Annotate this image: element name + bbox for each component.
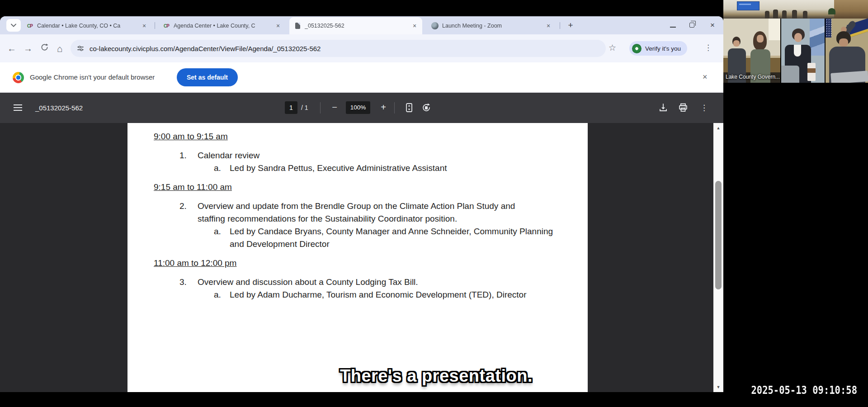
tab-calendar[interactable]: CP Calendar • Lake County, CO • Ca × (22, 18, 152, 34)
globe-favicon (431, 22, 439, 29)
tab-title: _05132025-562 (305, 23, 408, 29)
page-total-label: / 1 (301, 104, 308, 111)
browser-window: CP Calendar • Lake County, CO • Ca × CP … (0, 16, 723, 392)
pdf-content-area: 9:00 am to 9:15 am 1. Calendar review a.… (0, 123, 723, 392)
rotate-button[interactable] (421, 102, 432, 113)
restore-button[interactable] (689, 21, 694, 29)
rotate-icon (421, 102, 432, 113)
presentation-screen (737, 1, 760, 10)
agenda-item-text: Overview and update from the Brendle Gro… (198, 200, 538, 225)
window-controls: × (670, 16, 717, 34)
coffee-cup (807, 63, 816, 81)
room-plant (828, 8, 835, 14)
video-tile-label: Lake County Govern... (726, 74, 780, 80)
download-button[interactable] (658, 102, 669, 113)
address-bar[interactable]: co-lakecounty.civicplus.com/AgendaCenter… (71, 40, 606, 57)
laptop (830, 71, 868, 83)
profile-avatar-icon (632, 44, 642, 53)
minimize-button[interactable] (670, 21, 676, 29)
tab-agenda-center[interactable]: CP Agenda Center • Lake County, C × (158, 18, 286, 34)
download-icon (658, 102, 669, 113)
reload-icon (40, 43, 49, 52)
video-tile-participant (826, 19, 868, 83)
agenda-subitem: a. Led by Candace Bryans, County Manager… (214, 225, 556, 251)
chrome-logo-icon (13, 72, 24, 83)
tab-divider (560, 22, 560, 29)
civicplus-favicon: CP (26, 22, 33, 29)
closed-caption-text: There's a presentation. (326, 366, 547, 386)
page-number-input[interactable]: 1 (285, 101, 297, 114)
default-browser-banner: Google Chrome isn't your default browser… (0, 62, 723, 93)
agenda-subitem-text: Led by Adam Ducharme, Tourism and Econom… (230, 289, 526, 301)
tab-strip: CP Calendar • Lake County, CO • Ca × CP … (0, 16, 723, 34)
agenda-item: 1. Calendar review (179, 149, 556, 162)
agenda-item: 3. Overview and discussion about a Count… (179, 276, 556, 289)
tab-close-icon[interactable]: × (140, 22, 148, 30)
forward-button[interactable]: → (22, 43, 34, 55)
scroll-up-icon[interactable]: ▲ (713, 126, 723, 130)
tab-search-button[interactable] (6, 19, 21, 32)
zoom-level-input[interactable]: 100% (346, 101, 370, 114)
browser-toolbar: ← → ⌂ co-lakecounty.civicplus.com/Agenda… (0, 34, 723, 62)
tab-close-icon[interactable]: × (544, 22, 552, 30)
pdf-menu-icon[interactable] (14, 104, 22, 111)
tab-agenda-pdf-active[interactable]: _05132025-562 × (289, 17, 422, 34)
civicplus-favicon: CP (163, 22, 170, 29)
wall-map (810, 19, 825, 56)
banner-close-icon[interactable]: × (703, 72, 708, 82)
site-info-icon[interactable] (77, 45, 84, 52)
tab-close-icon[interactable]: × (274, 22, 282, 30)
print-icon (678, 102, 689, 113)
agenda-item-text: Overview and discussion about a County L… (198, 276, 418, 289)
room-cabinets (834, 0, 868, 19)
agenda-subitem-text: Led by Candace Bryans, County Manager an… (230, 225, 554, 251)
scroll-down-icon[interactable]: ▼ (713, 385, 723, 389)
agenda-subitem: a. Led by Adam Ducharme, Tourism and Eco… (214, 289, 556, 301)
fit-to-page-icon (404, 102, 415, 113)
verify-its-you-chip[interactable]: Verify it's you (629, 41, 687, 56)
agenda-subitem-text: Led by Sandra Pettus, Executive Administ… (230, 162, 447, 175)
toolbar-divider (394, 102, 395, 114)
verify-chip-label: Verify it's you (645, 45, 681, 52)
restore-icon (689, 23, 694, 28)
scrollbar-thumb[interactable] (715, 181, 722, 289)
url-text: co-lakecounty.civicplus.com/AgendaCenter… (90, 45, 321, 52)
home-button[interactable]: ⌂ (53, 43, 66, 55)
tab-divider (155, 22, 155, 29)
chevron-down-icon (11, 24, 16, 27)
scrollbar[interactable]: ▲ ▼ (713, 123, 723, 392)
reload-button[interactable] (38, 43, 51, 55)
pdf-more-options-icon[interactable]: ⋮ (700, 103, 708, 113)
print-button[interactable] (678, 102, 689, 113)
browser-menu-icon[interactable]: ⋮ (704, 43, 712, 52)
minimize-icon (670, 27, 676, 28)
bookmark-star-icon[interactable]: ☆ (609, 43, 616, 53)
tab-zoom-meeting[interactable]: Launch Meeting - Zoom × (427, 18, 556, 34)
agenda-time-heading: 9:15 am to 11:00 am (154, 181, 556, 194)
close-window-button[interactable]: × (708, 21, 717, 30)
default-browser-text: Google Chrome isn't your default browser (30, 73, 155, 81)
zoom-out-button[interactable]: − (328, 101, 341, 114)
meeting-video-feed: Lake County Govern... (723, 0, 868, 83)
tab-title: Launch Meeting - Zoom (442, 23, 542, 29)
agenda-item-text: Calendar review (198, 149, 259, 162)
set-as-default-button[interactable]: Set as default (177, 68, 238, 86)
us-flag-corner (826, 19, 831, 38)
pdf-title: _05132025-562 (35, 104, 83, 112)
pdf-favicon (294, 22, 301, 29)
recording-timestamp: 2025-05-13 09:10:58 (751, 383, 857, 397)
zoom-in-button[interactable]: + (377, 101, 390, 114)
back-button[interactable]: ← (5, 43, 18, 55)
pdf-viewer-toolbar: _05132025-562 1 / 1 − 100% + (0, 93, 723, 123)
new-tab-button[interactable]: + (565, 20, 576, 31)
pdf-page: 9:00 am to 9:15 am 1. Calendar review a.… (127, 123, 588, 392)
agenda-document: 9:00 am to 9:15 am 1. Calendar review a.… (127, 123, 588, 301)
agenda-time-heading: 11:00 am to 12:00 pm (154, 257, 556, 270)
video-tile-speaker (781, 19, 825, 83)
tab-close-icon[interactable]: × (410, 22, 419, 30)
agenda-subitem: a. Led by Sandra Pettus, Executive Admin… (214, 162, 556, 175)
tab-title: Agenda Center • Lake County, C (174, 23, 271, 29)
video-tile-lake-county: Lake County Govern... (723, 19, 780, 83)
fit-to-page-button[interactable] (404, 102, 415, 113)
laptop (781, 66, 799, 83)
